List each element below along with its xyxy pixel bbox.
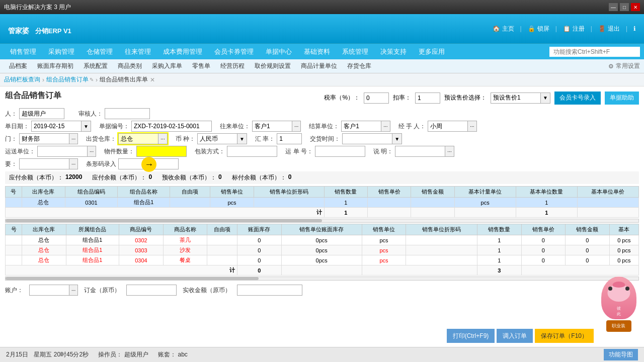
member-card-button[interactable]: 会员卡号录入 <box>554 92 601 105</box>
exit-action[interactable]: 🚪 退出 <box>598 25 620 33</box>
table-row[interactable]: 总仓 0301 组合品1 pcs 1 pcs 1 <box>6 198 639 208</box>
cell2-name: 茶几 <box>163 235 207 245</box>
breadcrumb-item-2[interactable]: 组合品销售订单 <box>46 75 89 84</box>
breadcrumb-close-icon[interactable]: ✕ <box>150 76 155 83</box>
to-unit-input[interactable] <box>252 121 292 132</box>
table-row[interactable]: 总仓 组合品1 0303 沙发 0 0pcs pcs 1 0 0 0 pcs <box>6 245 639 255</box>
count-input[interactable] <box>136 146 187 157</box>
table-row[interactable]: 总仓 组合品1 0304 餐桌 0 0pcs pcs 1 0 0 0 pcs <box>6 255 639 265</box>
account-btn[interactable]: ··· <box>69 285 78 296</box>
print-button[interactable]: 打印(Ctrl+F9) <box>447 329 495 343</box>
tax-rate-input[interactable] <box>364 93 389 104</box>
collected-label: 预收余额（本币）： <box>162 173 216 182</box>
function-search-input[interactable] <box>549 47 640 57</box>
cell-seq <box>6 198 22 208</box>
menu-sales[interactable]: 销售管理 <box>4 45 42 58</box>
close-button[interactable]: ✕ <box>631 3 640 11</box>
total-price <box>367 208 411 218</box>
action-buttons: 打印(Ctrl+F9) 调入订单 保存订单（F10） <box>447 329 594 343</box>
register-action[interactable]: 📋 注册 <box>563 25 585 33</box>
sub-product-archive[interactable]: 品档案 <box>4 61 32 71</box>
maximize-button[interactable]: □ <box>620 3 629 11</box>
menu-more[interactable]: 更多应用 <box>413 45 451 58</box>
menu-relations[interactable]: 往来管理 <box>119 45 157 58</box>
sub-inventory[interactable]: 存货仓库 <box>342 61 376 71</box>
remark-input[interactable] <box>395 146 445 157</box>
packing-input[interactable] <box>227 146 277 157</box>
col2-price: 销售单价 <box>521 224 565 235</box>
shipping-btn[interactable]: ··· <box>88 146 96 157</box>
menu-decision[interactable]: 决策支持 <box>374 45 413 58</box>
shipping-input[interactable] <box>37 146 88 157</box>
require-input[interactable] <box>19 158 69 169</box>
upper-table-container: 号 出库仓库 组合品编码 组合品名称 自由项 销售单位 销售单位折形码 销售数量… <box>5 186 639 218</box>
dept-input[interactable] <box>19 133 69 144</box>
account-input[interactable] <box>29 285 69 296</box>
operator-label: 人： <box>5 110 17 118</box>
menu-purchase[interactable]: 采购管理 <box>42 45 80 58</box>
sub-retail[interactable]: 零售单 <box>187 61 215 71</box>
price-select-input[interactable] <box>491 93 541 104</box>
import-button[interactable]: 调入订单 <box>497 329 533 343</box>
trans-time-dropdown[interactable]: ▼ <box>392 133 402 144</box>
cell2-price: 0 <box>521 255 565 265</box>
table-row[interactable]: 计 1 1 <box>6 208 639 218</box>
currency-dropdown[interactable]: ▼ <box>237 133 247 144</box>
ship-num-input[interactable] <box>315 146 365 157</box>
warehouse-input[interactable] <box>118 133 158 144</box>
manager-input[interactable] <box>428 121 468 132</box>
info-action[interactable]: ℹ <box>633 25 636 32</box>
menu-warehouse[interactable]: 仓储管理 <box>80 45 119 58</box>
menu-cost[interactable]: 成本费用管理 <box>157 45 208 58</box>
settlement-input[interactable] <box>341 121 381 132</box>
currency-input[interactable] <box>197 133 237 144</box>
cell2-barcode <box>406 235 477 245</box>
price-select-dropdown[interactable]: ▼ <box>541 93 550 104</box>
sub-config[interactable]: 系统配置 <box>78 61 113 71</box>
remark-btn[interactable]: ··· <box>445 146 454 157</box>
menu-system[interactable]: 系统管理 <box>336 45 374 58</box>
breadcrumb-edit-icon[interactable]: ✎ <box>90 77 94 82</box>
date-dropdown[interactable]: ▼ <box>82 121 91 132</box>
breadcrumb-item-1[interactable]: 品销栏板查询 <box>4 75 40 84</box>
require-btn[interactable]: ··· <box>69 158 78 169</box>
home-action[interactable]: 🏠 主页 <box>493 25 514 33</box>
warehouse-btn[interactable]: ··· <box>158 133 167 144</box>
reviewer-input[interactable] <box>105 108 150 119</box>
col2-barcode: 销售单位折形码 <box>406 224 477 235</box>
sub-category[interactable]: 商品类别 <box>113 61 147 71</box>
sub-history[interactable]: 经营历程 <box>215 61 250 71</box>
manager-btn[interactable]: ··· <box>468 121 476 132</box>
trans-time-input[interactable] <box>342 133 392 144</box>
lock-action[interactable]: 🔒 锁屏 <box>528 25 549 33</box>
settings-button[interactable]: ⚙ 常用设置 <box>608 62 640 70</box>
order-num-input[interactable] <box>131 121 212 132</box>
help-button[interactable]: 单据助助 <box>605 92 639 105</box>
dept-btn[interactable]: ··· <box>69 133 78 144</box>
sub-purchase-in[interactable]: 采购入库单 <box>147 61 187 71</box>
operator-input[interactable] <box>19 108 64 119</box>
minimize-button[interactable]: — <box>609 3 618 11</box>
menu-basic[interactable]: 基础资料 <box>298 45 336 58</box>
cell2-price: 0 <box>521 235 565 245</box>
to-unit-btn[interactable]: ··· <box>292 121 301 132</box>
table-row[interactable]: 总仓 组合品1 0302 茶几 0 0pcs pcs 1 0 0 0 pcs <box>6 235 639 245</box>
date-input[interactable] <box>31 121 82 132</box>
sub-unit[interactable]: 商品计量单位 <box>296 61 342 71</box>
actual-amount-input[interactable] <box>237 285 302 296</box>
packing-label: 包装方式： <box>195 147 225 156</box>
menu-member[interactable]: 会员卡券管理 <box>208 45 260 58</box>
barcode-input[interactable] <box>118 158 179 169</box>
cell-base-price <box>577 198 638 208</box>
discount-input[interactable] <box>415 93 440 104</box>
sub-price-rule[interactable]: 取价规则设置 <box>250 61 296 71</box>
sub-menu: 品档案 账面库存期初 系统配置 商品类别 采购入库单 零售单 经营历程 取价规则… <box>0 59 644 73</box>
menu-orders[interactable]: 单据中心 <box>260 45 298 58</box>
exchange-input[interactable] <box>277 133 302 144</box>
function-map-button[interactable]: 功能导图 <box>604 349 638 360</box>
sub-account-init[interactable]: 账面库存期初 <box>32 61 78 71</box>
logo-subtitle: 分销ERP V1 <box>35 27 71 35</box>
settlement-btn[interactable]: ··· <box>381 121 390 132</box>
save-button[interactable]: 保存订单（F10） <box>535 329 594 343</box>
order-amount-input[interactable] <box>126 285 177 296</box>
